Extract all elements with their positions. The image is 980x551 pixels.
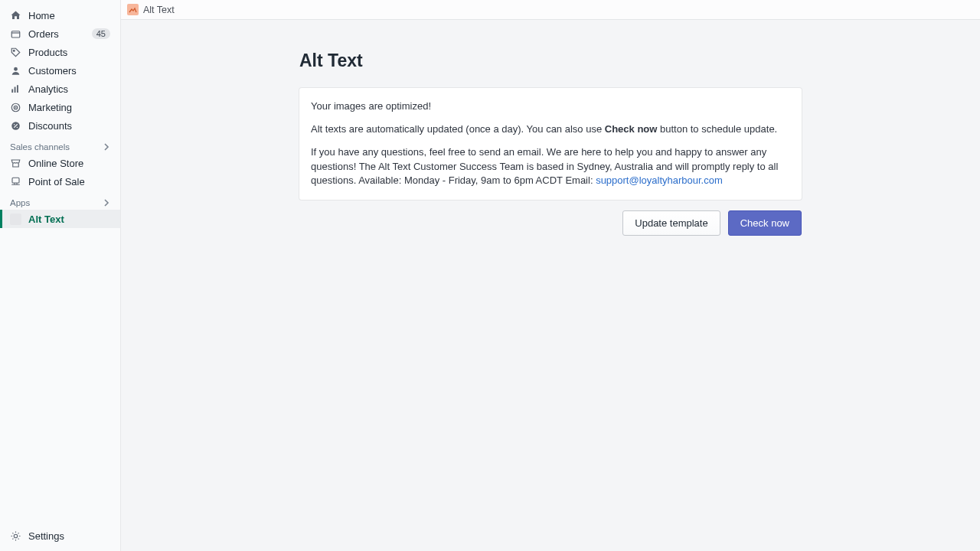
- topbar-app-icon: [127, 4, 139, 15]
- section-sales-channels[interactable]: Sales channels: [0, 135, 120, 154]
- page-title: Alt Text: [299, 51, 802, 71]
- svg-point-8: [15, 107, 16, 108]
- channel-online-store[interactable]: Online Store: [0, 154, 120, 172]
- auto-update-message: Alt texts are automatically updated (onc…: [311, 122, 790, 137]
- home-icon: [10, 10, 21, 21]
- pos-icon: [10, 176, 21, 187]
- nav-label: Alt Text: [28, 214, 110, 225]
- online-store-icon: [10, 158, 21, 169]
- nav-marketing[interactable]: Marketing: [0, 98, 120, 116]
- nav-analytics[interactable]: Analytics: [0, 80, 120, 98]
- svg-point-10: [14, 123, 15, 125]
- topbar: Alt Text: [121, 0, 980, 20]
- app-alt-text[interactable]: Alt Text: [0, 210, 120, 228]
- chevron-right-icon: [103, 199, 110, 207]
- orders-icon: [10, 28, 21, 40]
- main-area: Alt Text Alt Text Your images are optimi…: [121, 0, 980, 551]
- support-email-link[interactable]: support@loyaltyharbour.com: [596, 174, 723, 186]
- svg-point-2: [14, 67, 18, 70]
- svg-rect-13: [10, 214, 21, 225]
- sidebar: Home Orders 45 Products Customers Analyt…: [0, 0, 121, 551]
- topbar-title: Alt Text: [143, 5, 175, 15]
- check-now-button[interactable]: Check now: [728, 210, 802, 236]
- discounts-icon: [10, 120, 21, 132]
- customers-icon: [10, 65, 21, 77]
- info-card: Your images are optimized! Alt texts are…: [299, 88, 802, 200]
- auto-msg-post: button to schedule update.: [657, 123, 777, 135]
- products-icon: [10, 47, 21, 58]
- nav-home[interactable]: Home: [0, 6, 120, 24]
- svg-point-1: [13, 50, 15, 51]
- nav-customers[interactable]: Customers: [0, 61, 120, 80]
- svg-rect-0: [11, 31, 20, 37]
- nav-orders[interactable]: Orders 45: [0, 24, 120, 43]
- gear-icon: [10, 530, 21, 542]
- nav-label: Analytics: [28, 83, 110, 95]
- nav-label: Point of Sale: [28, 176, 110, 187]
- section-label: Apps: [10, 198, 30, 207]
- auto-msg-pre: Alt texts are automatically updated (onc…: [311, 123, 605, 135]
- optimized-message: Your images are optimized!: [311, 99, 790, 114]
- svg-point-11: [17, 126, 18, 128]
- marketing-icon: [10, 102, 21, 113]
- section-apps[interactable]: Apps: [0, 191, 120, 210]
- section-label: Sales channels: [10, 142, 70, 152]
- svg-rect-15: [127, 4, 139, 15]
- nav-label: Customers: [28, 65, 110, 77]
- auto-msg-bold: Check now: [605, 123, 658, 135]
- app-icon: [10, 214, 21, 225]
- support-message: If you have any questions, feel free to …: [311, 145, 790, 189]
- svg-point-14: [14, 534, 18, 538]
- nav-label: Online Store: [28, 158, 110, 169]
- action-row: Update template Check now: [299, 210, 802, 236]
- update-template-button[interactable]: Update template: [622, 210, 720, 236]
- chevron-right-icon: [103, 143, 110, 151]
- nav-label: Home: [28, 10, 110, 21]
- svg-rect-4: [15, 86, 16, 93]
- svg-rect-12: [12, 178, 19, 183]
- nav-products[interactable]: Products: [0, 43, 120, 61]
- nav-label: Discounts: [28, 120, 110, 132]
- nav-label: Orders: [28, 28, 92, 40]
- nav-label: Marketing: [28, 102, 110, 113]
- svg-rect-5: [17, 85, 18, 93]
- orders-badge: 45: [92, 28, 110, 39]
- channel-point-of-sale[interactable]: Point of Sale: [0, 172, 120, 191]
- nav-label: Products: [28, 47, 110, 58]
- analytics-icon: [10, 83, 21, 95]
- svg-rect-3: [11, 89, 13, 93]
- nav-settings[interactable]: Settings: [0, 527, 120, 552]
- nav-label: Settings: [28, 530, 110, 542]
- nav-discounts[interactable]: Discounts: [0, 116, 120, 135]
